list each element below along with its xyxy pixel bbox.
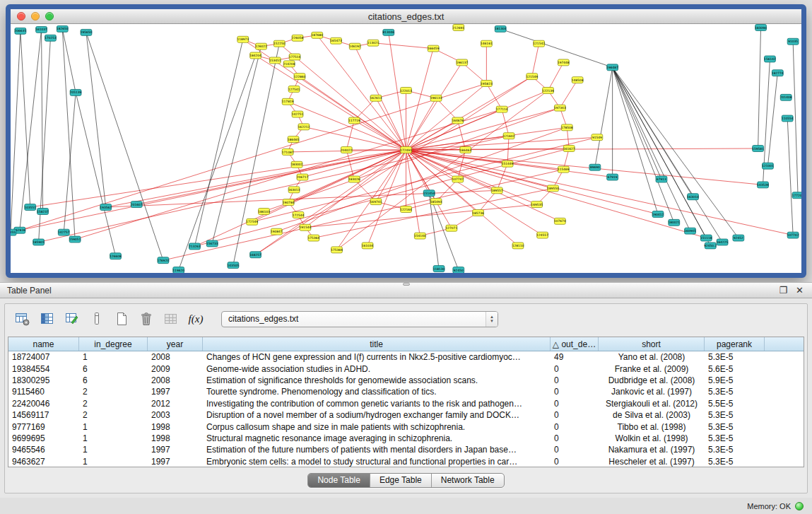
column-settings-icon[interactable]: [13, 310, 32, 328]
tab-edge-table[interactable]: Edge Table: [370, 474, 432, 487]
graph-edge[interactable]: [64, 93, 76, 233]
table-row[interactable]: 911546021997Tourette syndrome. Phenomeno…: [8, 386, 804, 397]
select-columns-icon[interactable]: [38, 310, 57, 328]
graph-edge[interactable]: [502, 110, 509, 136]
cell-year: 2009: [148, 364, 203, 374]
graph-node-label: 121602: [503, 134, 515, 138]
graph-edge[interactable]: [406, 150, 452, 228]
graph-edge[interactable]: [500, 29, 612, 67]
graph-edge[interactable]: [406, 90, 548, 150]
new-table-icon[interactable]: [112, 310, 131, 328]
graph-edge[interactable]: [20, 30, 42, 230]
table-row[interactable]: 2242004622012Investigating the contribut…: [8, 398, 804, 409]
graph-node-label: 177514: [289, 55, 301, 59]
graph-edge[interactable]: [767, 73, 777, 166]
graph-edge[interactable]: [256, 55, 406, 149]
network-table-select[interactable]: citations_edges.txt ▲ ▼: [221, 311, 498, 327]
graph-edge[interactable]: [336, 90, 548, 250]
minimize-window-button[interactable]: [31, 12, 40, 21]
tab-network-table[interactable]: Network Table: [432, 474, 504, 487]
graph-node-label: 172491: [400, 148, 412, 152]
table-body: 1872400712008Changes of HCN gene express…: [8, 351, 804, 467]
column-header-name[interactable]: name: [8, 337, 79, 351]
panel-splitter-handle[interactable]: [403, 283, 410, 286]
column-header-pagerank[interactable]: pagerank: [705, 337, 765, 351]
graph-node-label: 172549: [246, 220, 258, 223]
graph-edge[interactable]: [548, 62, 564, 90]
cell-title: Changes of HCN gene expression and I(f) …: [203, 352, 551, 362]
graph-edge[interactable]: [406, 150, 707, 238]
graph-node-label: 110554: [782, 117, 794, 120]
column-header-out_degree[interactable]: △ out_de…: [551, 337, 599, 351]
graph-edge[interactable]: [613, 67, 661, 179]
network-canvas[interactable]: 1724911864631077471854931221641697411830…: [11, 24, 801, 273]
graph-edge[interactable]: [613, 67, 739, 238]
graph-edge[interactable]: [20, 31, 30, 207]
table-row[interactable]: 946362711997Embryonic stem cells: a mode…: [8, 456, 804, 467]
graph-edge[interactable]: [179, 55, 256, 270]
graph-edge[interactable]: [106, 150, 406, 207]
graph-edge[interactable]: [212, 47, 261, 244]
graph-edge[interactable]: [613, 67, 693, 197]
column-header-in_degree[interactable]: in_degree: [79, 337, 148, 351]
graph-edge[interactable]: [406, 150, 794, 235]
cell-title: Tourette syndrome. Phenomenology and cla…: [203, 387, 551, 397]
column-header-title[interactable]: title: [203, 337, 551, 351]
graph-node-label: 142751: [292, 112, 304, 116]
graph-edge[interactable]: [39, 136, 509, 242]
zoom-window-button[interactable]: [45, 12, 54, 21]
table-row[interactable]: 1456911722003Disruption of a novel membe…: [8, 409, 804, 421]
table-row[interactable]: 1938455462009Genome-wide association stu…: [8, 363, 804, 374]
graph-edge[interactable]: [243, 40, 406, 150]
graph-edge[interactable]: [11, 31, 20, 233]
table-row[interactable]: 969969511998Structural magnetic resonanc…: [8, 433, 804, 444]
graph-edge[interactable]: [194, 40, 242, 247]
function-builder-icon[interactable]: f(x): [187, 310, 205, 328]
close-window-button[interactable]: [17, 12, 25, 21]
column-header-year[interactable]: year: [148, 337, 203, 351]
graph-edge[interactable]: [758, 28, 761, 148]
graph-edge[interactable]: [376, 150, 406, 201]
column-header-short[interactable]: short: [599, 337, 705, 351]
tab-node-table[interactable]: Node Table: [308, 474, 370, 487]
graph-edge[interactable]: [458, 120, 466, 150]
single-column-icon[interactable]: [88, 310, 106, 328]
graph-node-label: 151118: [700, 236, 712, 240]
graph-edge[interactable]: [305, 204, 537, 228]
graph-node-label: 164225: [717, 240, 729, 244]
graph-node-label: 162613: [370, 96, 382, 100]
table-row[interactable]: 1830029562008Estimation of significance …: [8, 375, 804, 386]
edit-table-icon[interactable]: [63, 310, 81, 328]
graph-edge[interactable]: [560, 80, 577, 108]
graph-edge[interactable]: [532, 44, 539, 76]
close-panel-icon[interactable]: ✕: [796, 286, 804, 296]
graph-edge[interactable]: [613, 67, 658, 214]
graph-edge[interactable]: [75, 110, 502, 240]
graph-edge[interactable]: [354, 120, 406, 150]
window-titlebar[interactable]: citations_edges.txt: [11, 9, 801, 24]
graph-edge[interactable]: [86, 33, 106, 207]
table-row[interactable]: 977716911998Corpus callosum shape and si…: [8, 421, 804, 432]
graph-edge[interactable]: [373, 43, 433, 49]
graph-edge[interactable]: [613, 67, 674, 223]
graph-edge[interactable]: [613, 67, 711, 245]
graph-edge[interactable]: [62, 29, 75, 240]
graph-node-label: 117819: [282, 100, 294, 103]
graph-edge[interactable]: [346, 120, 354, 150]
import-table-icon[interactable]: [162, 310, 180, 328]
graph-edge[interactable]: [486, 83, 502, 110]
graph-edge[interactable]: [376, 98, 406, 150]
float-panel-icon[interactable]: ❐: [779, 286, 787, 296]
graph-edge[interactable]: [406, 148, 758, 150]
graph-edge[interactable]: [595, 67, 613, 167]
graph-edge[interactable]: [793, 42, 798, 196]
graph-edge[interactable]: [86, 33, 163, 260]
graph-edge[interactable]: [787, 118, 793, 235]
table-row[interactable]: 1872400712008Changes of HCN gene express…: [8, 351, 804, 363]
graph-edge[interactable]: [406, 49, 434, 150]
graph-edge[interactable]: [406, 127, 567, 150]
delete-table-icon[interactable]: [137, 310, 155, 328]
cell-short: Yano et al. (2008): [599, 352, 705, 362]
table-row[interactable]: 946554611997Estimation of the future num…: [8, 444, 804, 455]
graph-edge[interactable]: [406, 98, 437, 150]
